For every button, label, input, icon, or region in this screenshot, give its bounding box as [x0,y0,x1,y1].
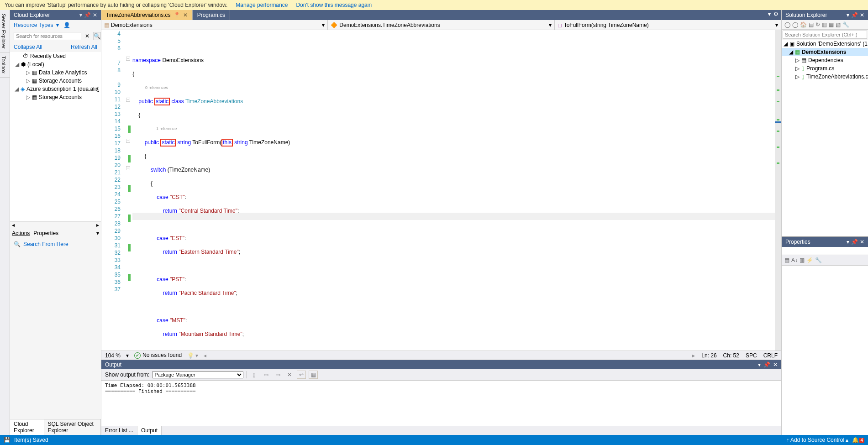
properties-header: Properties ▾ 📌 ✕ [782,237,868,247]
scroll-right[interactable]: ▸ [96,222,99,228]
p2-icon[interactable]: 🔧 [815,257,822,263]
properties-tab[interactable]: Properties [33,230,58,236]
refresh-all-link[interactable]: Refresh All [71,44,97,50]
tree-storage2[interactable]: ▷▦Storage Accounts [10,93,101,101]
s3-icon[interactable]: ▦ [829,21,834,28]
scroll-right-icon[interactable]: ▸ [692,352,695,359]
editor-column: TimeZoneAbbreviations.cs📍✕ Program.cs ▾ … [101,10,781,435]
s1-icon[interactable]: ▤ [809,21,814,28]
tree-dla[interactable]: ▷▦Data Lake Analytics [10,68,101,77]
scroll-left[interactable]: ◂ [12,222,15,228]
close-tab-icon[interactable]: ✕ [183,12,188,18]
search-icon: 🔍 [14,241,21,247]
dd-icon[interactable]: ▾ [847,239,849,245]
nav-method[interactable]: ◻ToFullForm(string TimeZoneName)▾ [555,20,781,30]
close-icon[interactable]: ✕ [860,12,864,18]
cloud-explorer-links: Collapse All Refresh All [10,42,101,52]
indentation[interactable]: SPC [746,352,757,359]
output-body[interactable]: Time Elapsed: 00:00:01.5653388 =========… [101,381,781,426]
sol-deps[interactable]: ▷▤Dependencies [782,56,868,64]
opt-icon[interactable]: ▦ [309,371,318,379]
dont-show-again-link[interactable]: Don't show this message again [296,2,372,8]
next-msg-icon[interactable]: ▭ [273,371,282,379]
tree-local[interactable]: ◢⬢(Local) [10,60,101,68]
right-column: Solution Explorer ▾ 📌 ✕ ◯ ◯ 🏠 ▤ ↻ ▥ ▦ ▧ … [781,10,868,435]
line-endings[interactable]: CRLF [763,352,778,359]
tab-overflow-icon[interactable]: ▾ [768,11,771,19]
search-input[interactable] [14,32,81,40]
solution-toolbar: ◯ ◯ 🏠 ▤ ↻ ▥ ▦ ▧ 🔧 [782,20,868,30]
prev-msg-icon[interactable]: ▯ [249,371,258,379]
nav-class[interactable]: 🔶DemoExtensions.TimeZoneAbbreviations▾ [328,20,554,30]
collapse-all-link[interactable]: Collapse All [14,44,42,50]
server-explorer-tab[interactable]: Server Explorer [0,10,10,52]
pin-icon[interactable]: 📌 [763,361,770,368]
manage-performance-link[interactable]: Manage performance [236,2,288,8]
clear-icon[interactable]: ✕ [285,371,294,379]
az-icon[interactable]: A↓ [791,257,798,263]
dropdown-icon[interactable]: ▾ [79,12,82,18]
s4-icon[interactable]: ▧ [836,21,841,28]
sol-root[interactable]: ◢▣Solution 'DemoExtensions' (1 of 1 pro [782,40,868,48]
sol-tza[interactable]: ▷▯TimeZoneAbbreviations.cs [782,73,868,81]
pin-icon[interactable]: 📍 [174,12,180,18]
toolbox-tab[interactable]: Toolbox [0,52,10,78]
sql-explorer-btab[interactable]: SQL Server Object Explorer [44,419,101,435]
tree-recent[interactable]: ⏱Recently Used [10,52,101,60]
close-icon[interactable]: ✕ [93,12,97,18]
solution-header: Solution Explorer ▾ 📌 ✕ [782,10,868,20]
s2-icon[interactable]: ▥ [822,21,827,28]
cloud-explorer-title: Cloud Explorer [14,12,50,18]
nav-ind[interactable]: 💡 ▾ [187,352,198,359]
code-body[interactable]: −namespace DemoExtensions { 0 references… [132,30,775,351]
dd-icon[interactable]: ▾ [758,361,761,368]
back-icon[interactable]: ◯ [784,21,790,28]
scroll-left-icon[interactable]: ◂ [204,352,206,359]
tree-storage1[interactable]: ▷▦Storage Accounts [10,77,101,85]
no-issues[interactable]: No issues found [134,352,182,359]
solution-search-input[interactable] [783,31,867,39]
output-toolbar: Show output from: Package Manager ▯ ▭ ▭ … [101,369,781,381]
error-list-tab[interactable]: Error List ... [101,426,137,435]
close-icon[interactable]: ✕ [773,361,778,368]
code-editor[interactable]: 456 78 910111213141516171819202122232425… [101,30,781,351]
p1-icon[interactable]: ▥ [800,257,805,263]
close-icon[interactable]: ✕ [860,239,864,245]
sol-program[interactable]: ▷▯Program.cs [782,64,868,73]
chevron-down-icon[interactable]: ▾ [96,230,99,236]
goto-icon[interactable]: ▭ [261,371,270,379]
properties-toolbar: ▤ A↓ ▥ ⚡ 🔧 [782,255,868,266]
status-message: Item(s) Saved [14,437,48,443]
pin-icon[interactable]: 📌 [84,12,91,18]
source-control[interactable]: ↑ Add to Source Control ▴ [786,437,848,443]
pin-icon[interactable]: 📌 [851,12,858,18]
tab-options-icon[interactable]: ⚙ [773,11,779,19]
fwd-icon[interactable]: ◯ [792,21,798,28]
scroll-map[interactable] [775,30,781,351]
resource-types-dropdown[interactable]: Resource Types [14,22,53,28]
refresh-icon[interactable]: ↻ [815,21,820,28]
actions-tab[interactable]: Actions [12,230,30,236]
output-source-select[interactable]: Package Manager [152,371,243,378]
zoom-level[interactable]: 104 % [105,352,121,359]
nav-namespace[interactable]: ▦DemoExtensions▾ [101,20,328,30]
wrench-icon[interactable]: 🔧 [842,21,849,28]
dd-icon[interactable]: ▾ [847,12,849,18]
clear-icon[interactable]: ✕ [83,33,91,39]
editor-tab-tza[interactable]: TimeZoneAbbreviations.cs📍✕ [101,10,193,20]
categorize-icon[interactable]: ▤ [784,257,789,263]
dd-icon[interactable]: ▾ [56,22,59,28]
notifications[interactable]: 🔔4 [852,437,864,443]
search-button[interactable]: 🔍 [93,32,101,40]
user-icon[interactable]: 👤 [63,22,70,28]
cloud-explorer-btab[interactable]: Cloud Explorer [10,419,44,435]
events-icon[interactable]: ⚡ [806,257,813,263]
word-wrap-icon[interactable]: ↩ [297,371,306,379]
search-from-here[interactable]: 🔍 Search From Here [10,238,101,250]
tree-subscription[interactable]: ◢◈Azure subscription 1 (dua.ali@imperi [10,85,101,93]
output-tab[interactable]: Output [137,426,162,435]
home-icon[interactable]: 🏠 [800,21,807,28]
pin-icon[interactable]: 📌 [851,239,858,245]
editor-tab-program[interactable]: Program.cs [193,10,230,20]
sol-project[interactable]: ◢▦DemoExtensions [782,48,868,56]
